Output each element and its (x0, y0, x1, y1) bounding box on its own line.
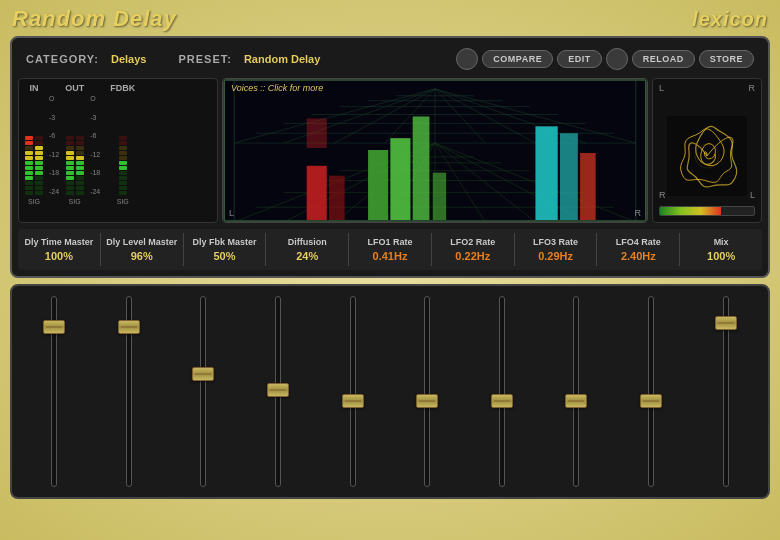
seg (25, 186, 33, 190)
liss-corner-tr: R (749, 83, 756, 93)
fader-handle-4[interactable] (342, 394, 364, 408)
fader-handle-5[interactable] (416, 394, 438, 408)
seg (119, 176, 127, 180)
meter-in-ch1 (25, 136, 33, 195)
fader-track-9[interactable] (723, 296, 729, 487)
meter-in: IN (25, 83, 43, 218)
seg (119, 156, 127, 160)
fader-channel-9 (691, 296, 760, 487)
meter-in-ch2 (35, 136, 43, 195)
seg (76, 136, 84, 140)
fader-track-4[interactable] (350, 296, 356, 487)
fader-track-8[interactable] (648, 296, 654, 487)
seg (25, 141, 33, 145)
fader-handle-6[interactable] (491, 394, 513, 408)
fader-track-6[interactable] (499, 296, 505, 487)
meter-out-ch1 (66, 136, 74, 195)
fader-handle-3[interactable] (267, 383, 289, 397)
fader-channel-5 (393, 296, 462, 487)
seg (76, 161, 84, 165)
meter-out: OUT (65, 83, 84, 218)
scale-24: -24 (49, 188, 59, 195)
meter-out-label: OUT (65, 83, 84, 93)
out-sig-label: SIG (69, 198, 81, 205)
scale2-12: -12 (90, 151, 100, 158)
fader-handle-9[interactable] (715, 316, 737, 330)
app-title: Random Delay (12, 6, 177, 32)
fader-channel-4 (318, 296, 387, 487)
seg (35, 171, 43, 175)
seg (119, 186, 127, 190)
seg (76, 146, 84, 150)
reload-button[interactable]: RELOAD (632, 50, 695, 68)
fader-handle-2[interactable] (192, 367, 214, 381)
param-item-7[interactable]: LFO4 Rate2.40Hz (597, 233, 680, 266)
seg (35, 141, 43, 145)
seg (35, 161, 43, 165)
param-item-8[interactable]: Mix100% (680, 233, 762, 266)
seg (35, 186, 43, 190)
fader-handle-7[interactable] (565, 394, 587, 408)
fader-track-1[interactable] (126, 296, 132, 487)
seg (119, 166, 127, 170)
param-value-0: 100% (45, 250, 73, 262)
fader-handle-0[interactable] (43, 320, 65, 334)
param-item-1[interactable]: Dly Level Master96% (101, 233, 184, 266)
param-name-1: Dly Level Master (106, 237, 177, 247)
seg (35, 181, 43, 185)
seg (35, 156, 43, 160)
seg (35, 166, 43, 170)
fader-track-7[interactable] (573, 296, 579, 487)
param-name-8: Mix (714, 237, 729, 247)
seg (76, 166, 84, 170)
lissajous-svg (667, 116, 747, 196)
seg (66, 166, 74, 170)
scale-6: -6 (49, 132, 59, 139)
svg-rect-35 (307, 166, 327, 220)
seg (119, 136, 127, 140)
meter-in-bars (25, 95, 43, 195)
fader-track-0[interactable] (51, 296, 57, 487)
fader-handle-8[interactable] (640, 394, 662, 408)
edit-button[interactable]: EDIT (557, 50, 602, 68)
fader-channel-1 (95, 296, 164, 487)
fader-channel-6 (468, 296, 537, 487)
seg (76, 141, 84, 145)
compare-button[interactable]: COMPARE (482, 50, 553, 68)
param-value-6: 0.29Hz (538, 250, 573, 262)
seg (76, 151, 84, 155)
svg-rect-39 (390, 138, 410, 220)
top-buttons: COMPARE EDIT RELOAD STORE (456, 48, 754, 70)
reload-circle[interactable] (606, 48, 628, 70)
svg-rect-43 (560, 133, 578, 220)
param-item-0[interactable]: Dly Time Master100% (18, 233, 101, 266)
svg-rect-40 (413, 116, 430, 220)
seg (76, 191, 84, 195)
level-meter-fill (660, 207, 721, 215)
param-item-3[interactable]: Diffusion24% (266, 233, 349, 266)
param-value-3: 24% (296, 250, 318, 262)
svg-rect-41 (433, 173, 446, 220)
seg (66, 161, 74, 165)
compare-circle[interactable] (456, 48, 478, 70)
fader-track-2[interactable] (200, 296, 206, 487)
seg (66, 156, 74, 160)
param-name-7: LFO4 Rate (616, 237, 661, 247)
seg (35, 146, 43, 150)
param-item-2[interactable]: Dly Fbk Master50% (184, 233, 267, 266)
scale2-3: -3 (90, 114, 100, 121)
meter-fdbk-label: FDBK (110, 83, 135, 93)
param-value-4: 0.41Hz (373, 250, 408, 262)
viz-panel[interactable]: Voices :: Click for more L R (222, 78, 648, 223)
param-item-5[interactable]: LFO2 Rate0.22Hz (432, 233, 515, 266)
param-item-6[interactable]: LFO3 Rate0.29Hz (515, 233, 598, 266)
param-item-4[interactable]: LFO1 Rate0.41Hz (349, 233, 432, 266)
scale-3: -3 (49, 114, 59, 121)
fader-handle-1[interactable] (118, 320, 140, 334)
seg (25, 176, 33, 180)
seg (119, 171, 127, 175)
fader-track-5[interactable] (424, 296, 430, 487)
svg-rect-36 (307, 118, 327, 148)
store-button[interactable]: STORE (699, 50, 754, 68)
fader-track-3[interactable] (275, 296, 281, 487)
